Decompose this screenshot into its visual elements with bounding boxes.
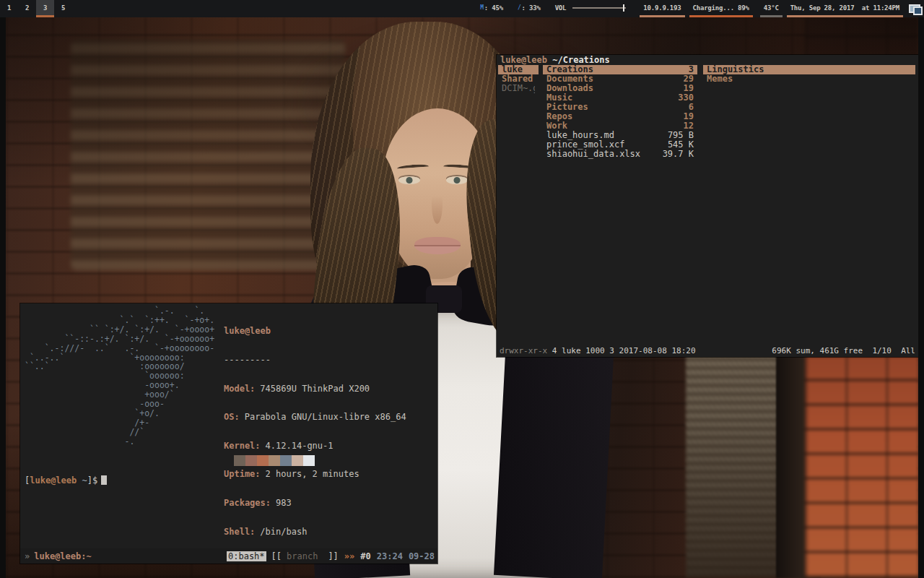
color-swatch	[292, 455, 303, 466]
shell-prompt[interactable]: [luke@leeb ~]$	[25, 475, 107, 486]
tmux-window-tab[interactable]: 0:bash*	[227, 551, 266, 561]
workspace-switcher: 1 2 3 5	[0, 0, 72, 17]
ranger-entry[interactable]: Pictures6	[543, 103, 697, 112]
ranger-file-meta: drwxr-xr-x 4 luke 1000 3 2017-08-08 18:2…	[500, 346, 696, 355]
ranger-preview-column: Linguistics Memes	[703, 65, 915, 84]
ranger-window[interactable]: luke@leeb ~/Creations luke Shared DCIM~.…	[497, 55, 918, 357]
neofetch-separator: ---------	[224, 355, 417, 365]
ranger-preview-item[interactable]: Linguistics	[703, 65, 915, 74]
text-cursor[interactable]	[101, 475, 107, 485]
ranger-parent-item[interactable]: DCIM~.gz	[498, 84, 539, 93]
volume-module: VOL	[552, 0, 630, 17]
ranger-status-bar: drwxr-xr-x 4 luke 1000 3 2017-08-08 18:2…	[500, 346, 915, 355]
neofetch-user-host: luke@leeb	[224, 327, 417, 336]
desktop-area: luke@leeb ~/Creations luke Shared DCIM~.…	[6, 17, 918, 578]
top-bar: 1 2 3 5 M: 45% /: 33% VOL 10.9.9.193 Cha…	[0, 0, 924, 17]
tmux-chevrons-icon: »»	[344, 551, 354, 561]
ranger-title: luke@leeb ~/Creations	[500, 56, 610, 65]
volume-label: VOL	[555, 4, 567, 12]
tmux-date: 09-28	[409, 551, 435, 561]
neofetch-info: luke@leeb --------- Model:745869U ThinkP…	[224, 308, 417, 578]
tmux-session-name: luke@leeb:~	[34, 551, 91, 561]
tmux-right-modules: 0:bash* [[ branch ]] »» #0 23:24 09-28	[227, 551, 435, 561]
brightness-module: M: 45%	[476, 0, 507, 17]
volume-slider-thumb[interactable]	[623, 4, 624, 12]
terminal-color-palette	[234, 455, 315, 466]
brightness-icon: M	[480, 4, 484, 11]
ranger-entry[interactable]: Documents29	[543, 74, 697, 84]
ranger-entry[interactable]: Work12	[543, 121, 697, 131]
color-swatch	[303, 455, 315, 466]
workspace-5[interactable]: 5	[54, 0, 72, 17]
temperature: 43°C	[760, 0, 783, 17]
battery-status: Charging... 89%	[689, 0, 753, 17]
ranger-preview-item[interactable]: Memes	[703, 74, 915, 84]
color-swatch	[245, 455, 257, 466]
wallpaper-eyebrow	[397, 163, 429, 171]
ranger-entry[interactable]: Repos19	[543, 112, 697, 121]
color-swatch	[257, 455, 269, 466]
meter-icon: /	[518, 4, 521, 11]
tmux-git-branch: branch	[287, 551, 318, 561]
prompt-path: ~	[77, 475, 87, 486]
ranger-entry[interactable]: Creations3	[543, 65, 697, 74]
workspace-2[interactable]: 2	[18, 0, 36, 17]
ranger-entry[interactable]: luke_hours.md795 B	[543, 131, 697, 140]
tmux-status-bar: » luke@leeb:~ 0:bash* [[ branch ]] »» #0…	[20, 548, 437, 564]
ranger-entry[interactable]: Downloads19	[543, 84, 697, 93]
color-swatch	[269, 455, 280, 466]
wallpaper-eye	[446, 176, 468, 184]
ranger-title-path: ~/Creations	[552, 55, 609, 65]
brightness-value: : 45%	[484, 4, 503, 12]
display-icon[interactable]	[909, 4, 920, 13]
ranger-parent-item[interactable]: Shared	[498, 74, 539, 84]
ranger-main-column: Creations3 Documents29 Downloads19 Music…	[543, 65, 697, 159]
ranger-entry[interactable]: prince_smol.xcf545 K	[543, 140, 697, 150]
workspace-3-active[interactable]: 3	[36, 0, 54, 17]
workspace-1[interactable]: 1	[0, 0, 18, 17]
prompt-user-host: luke@leeb	[30, 475, 77, 486]
volume-slider[interactable]	[572, 7, 626, 9]
status-modules: M: 45% /: 33% VOL 10.9.9.193 Charging...…	[476, 0, 924, 17]
meter-value: : 33%	[522, 4, 541, 12]
wallpaper-eye	[398, 176, 420, 184]
wallpaper-lips	[414, 237, 461, 254]
datetime: Thu, Sep 28, 2017 at 11:24PM	[787, 0, 903, 17]
tmux-left-chevron: »	[25, 551, 30, 561]
tmux-pane-index: #0	[360, 551, 370, 561]
ranger-entry[interactable]: shiaohui_data.xlsx39.7 K	[543, 150, 697, 159]
ip-address: 10.9.9.193	[640, 0, 684, 17]
terminal-window[interactable]: `.-. `. `.` `:++. `-+o+. `` `:+/. `:+/. …	[20, 303, 437, 564]
tmux-clock: 23:24	[377, 551, 403, 561]
color-swatch	[280, 455, 292, 466]
ranger-parent-item[interactable]: luke	[498, 65, 539, 74]
neofetch-ascii-logo: `.-. `. `.` `:++. `-+o+. `` `:+/. `:+/. …	[25, 306, 214, 447]
ranger-title-user: luke@leeb	[500, 55, 547, 65]
ranger-entry[interactable]: Music330	[543, 93, 697, 103]
desktop: 1 2 3 5 M: 45% /: 33% VOL 10.9.9.193 Cha…	[0, 0, 924, 578]
secondary-meter-module: /: 33%	[514, 0, 544, 17]
color-swatch	[234, 455, 245, 466]
ranger-parent-column: luke Shared DCIM~.gz	[498, 65, 539, 93]
wallpaper-nose	[432, 184, 443, 224]
ranger-disk-usage: 696K sum, 461G free 1/10 All	[772, 346, 915, 355]
